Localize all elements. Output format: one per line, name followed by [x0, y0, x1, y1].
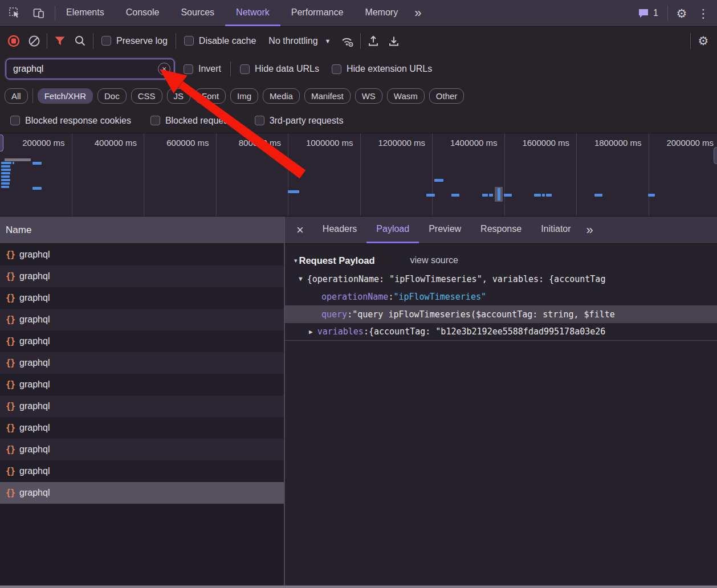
throttling-dropdown[interactable]: No throttling ▼ [264, 36, 335, 46]
timeline-tick: 1000000 ms [288, 133, 361, 216]
timeline-scroll-grip-left[interactable] [0, 134, 3, 152]
chip-manifest[interactable]: Manifest [304, 88, 351, 104]
request-row-selected[interactable]: {} graphql [0, 482, 284, 504]
json-braces-icon: {} [6, 315, 15, 325]
request-row[interactable]: {} graphql [0, 287, 284, 309]
close-details-icon[interactable]: × [285, 217, 313, 243]
issues-counter[interactable]: 1 [634, 7, 662, 19]
chip-fetch-xhr[interactable]: Fetch/XHR [38, 88, 93, 104]
request-row[interactable]: {} graphql [0, 417, 284, 439]
hide-extension-urls-checkbox[interactable]: Hide extension URLs [328, 64, 435, 74]
chevron-down-icon: ▼ [325, 38, 331, 44]
collapse-triangle-icon[interactable]: ▾ [294, 257, 298, 264]
chip-wasm[interactable]: Wasm [387, 88, 425, 104]
key-value-separator: : [347, 309, 352, 320]
preserve-log-checkbox[interactable]: Preserve log [98, 36, 171, 46]
hide-extension-urls-label: Hide extension URLs [347, 64, 432, 74]
request-row[interactable]: {} graphql [0, 309, 284, 330]
tab-payload[interactable]: Payload [366, 217, 419, 243]
payload-summary-text: {operationName: "ipFlowTimeseries", vari… [307, 274, 606, 284]
more-detail-tabs-icon[interactable]: » [581, 217, 599, 243]
checkbox-icon [184, 64, 193, 74]
third-party-requests-checkbox[interactable]: 3rd-party requests [251, 116, 347, 126]
payload-summary-row[interactable]: ▼ {operationName: "ipFlowTimeseries", va… [285, 270, 717, 288]
invert-checkbox[interactable]: Invert [180, 64, 225, 74]
network-conditions-icon[interactable] [340, 33, 356, 49]
request-row[interactable]: {} graphql [0, 244, 284, 266]
collapsed-triangle-icon[interactable]: ▶ [309, 328, 313, 336]
export-har-icon[interactable] [386, 33, 402, 49]
chip-media[interactable]: Media [263, 88, 300, 104]
chip-doc[interactable]: Doc [97, 88, 127, 104]
request-row[interactable]: {} graphql [0, 330, 284, 352]
inspect-element-icon[interactable] [7, 5, 23, 21]
json-braces-icon: {} [6, 271, 15, 281]
divider [32, 88, 33, 103]
tab-preview[interactable]: Preview [419, 217, 471, 243]
clear-filter-icon[interactable]: × [158, 63, 170, 75]
payload-value: {accountTag: "b12e3b2192ee5588fdad995178… [369, 326, 605, 337]
more-tabs-icon[interactable]: » [409, 0, 427, 26]
payload-key: query [321, 309, 347, 320]
request-row[interactable]: {} graphql [0, 460, 284, 482]
request-row[interactable]: {} graphql [0, 439, 284, 460]
payload-key: variables [317, 326, 364, 337]
name-column-header[interactable]: Name [0, 217, 284, 244]
tab-initiator[interactable]: Initiator [531, 217, 580, 243]
clear-network-log-button[interactable] [26, 33, 42, 49]
checkbox-icon [150, 116, 160, 125]
request-name: graphql [19, 488, 50, 498]
tab-performance[interactable]: Performance [280, 0, 355, 26]
divider [93, 33, 93, 49]
timeline-scroll-grip-right[interactable] [714, 147, 717, 164]
view-source-link[interactable]: view source [410, 255, 458, 266]
payload-row-query[interactable]: query: "query ipFlowTimeseries($accountT… [285, 305, 717, 323]
checkbox-icon [10, 116, 20, 125]
chip-font[interactable]: Font [195, 88, 226, 104]
request-payload-section: ▾ Request Payload view source ▼ {operati… [285, 244, 717, 341]
payload-row-operation-name[interactable]: operationName: "ipFlowTimeseries" [285, 288, 717, 305]
request-row[interactable]: {} graphql [0, 352, 284, 374]
tab-response[interactable]: Response [471, 217, 531, 243]
import-har-icon[interactable] [365, 33, 381, 49]
record-network-log-button[interactable] [6, 33, 22, 49]
chip-ws[interactable]: WS [355, 88, 382, 104]
timeline-tick: 2000000 ms [649, 133, 717, 216]
blocked-response-cookies-checkbox[interactable]: Blocked response cookies [7, 116, 135, 126]
timeline-tick: 400000 ms [72, 133, 145, 216]
divider [47, 33, 47, 49]
disable-cache-checkbox[interactable]: Disable cache [181, 36, 260, 46]
payload-key: operationName [321, 292, 388, 302]
kebab-menu-icon[interactable]: ⋮ [695, 5, 711, 21]
blocked-requests-checkbox[interactable]: Blocked requests [147, 116, 239, 126]
tab-elements[interactable]: Elements [55, 0, 115, 26]
settings-gear-icon[interactable]: ⚙ [674, 5, 690, 21]
search-icon[interactable] [72, 33, 88, 49]
request-row[interactable]: {} graphql [0, 374, 284, 395]
chip-js[interactable]: JS [167, 88, 191, 104]
tab-headers[interactable]: Headers [313, 217, 366, 243]
network-overview-timeline[interactable]: 200000 ms 400000 ms 600000 ms 800000 ms … [0, 133, 717, 217]
device-toolbar-icon[interactable] [31, 5, 47, 21]
json-braces-icon: {} [6, 401, 15, 411]
hide-data-urls-checkbox[interactable]: Hide data URLs [237, 64, 323, 74]
tab-memory[interactable]: Memory [354, 0, 409, 26]
timeline-tick: 1400000 ms [433, 133, 505, 216]
filter-funnel-icon[interactable] [52, 33, 68, 49]
tab-console[interactable]: Console [115, 0, 170, 26]
network-settings-gear-icon[interactable]: ⚙ [695, 33, 711, 49]
tab-network[interactable]: Network [225, 0, 280, 26]
chip-css[interactable]: CSS [131, 88, 162, 104]
key-value-separator: : [388, 292, 393, 302]
tab-sources[interactable]: Sources [170, 0, 225, 26]
payload-row-variables[interactable]: ▶ variables: {accountTag: "b12e3b2192ee5… [285, 323, 717, 341]
chip-all[interactable]: All [5, 88, 28, 104]
filter-input[interactable] [6, 59, 174, 79]
expand-triangle-icon[interactable]: ▼ [299, 275, 303, 283]
request-row[interactable]: {} graphql [0, 266, 284, 287]
request-name: graphql [19, 444, 50, 455]
blocked-response-cookies-label: Blocked response cookies [25, 116, 131, 126]
request-row[interactable]: {} graphql [0, 395, 284, 417]
chip-other[interactable]: Other [429, 88, 465, 104]
chip-img[interactable]: Img [230, 88, 258, 104]
